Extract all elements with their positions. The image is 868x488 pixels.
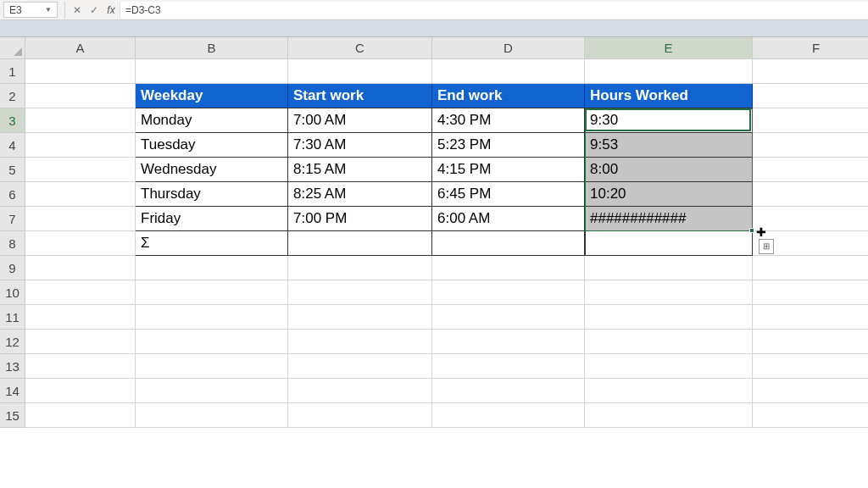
cell-B13[interactable] xyxy=(136,354,288,379)
name-box[interactable]: E3 ▼ xyxy=(3,2,58,18)
row-header-5[interactable]: 5 xyxy=(0,158,25,182)
cell-A7[interactable] xyxy=(25,207,136,231)
cell-F5[interactable] xyxy=(753,158,868,182)
cell-D13[interactable] xyxy=(432,354,585,379)
header-weekday[interactable]: Weekday xyxy=(136,84,288,108)
select-all-corner[interactable] xyxy=(0,37,25,59)
cell-D1[interactable] xyxy=(432,59,585,84)
row-header-14[interactable]: 14 xyxy=(0,379,25,403)
row-header-11[interactable]: 11 xyxy=(0,305,25,330)
cell-C8[interactable] xyxy=(288,231,432,256)
cell-A15[interactable] xyxy=(25,403,136,428)
cell-E13[interactable] xyxy=(585,354,753,379)
row-header-7[interactable]: 7 xyxy=(0,207,25,231)
row-header-10[interactable]: 10 xyxy=(0,280,25,305)
cell-D4[interactable]: 5:23 PM xyxy=(432,133,585,158)
cell-B5[interactable]: Wednesday xyxy=(136,158,288,182)
cell-F7[interactable] xyxy=(753,207,868,231)
cell-A10[interactable] xyxy=(25,280,136,305)
col-header-A[interactable]: A xyxy=(25,37,136,59)
cell-C14[interactable] xyxy=(288,379,432,403)
cell-E9[interactable] xyxy=(585,256,753,280)
cell-E10[interactable] xyxy=(585,280,753,305)
cell-F10[interactable] xyxy=(753,280,868,305)
cell-A14[interactable] xyxy=(25,379,136,403)
cell-D6[interactable]: 6:45 PM xyxy=(432,182,585,207)
header-end[interactable]: End work xyxy=(432,84,585,108)
cell-E6[interactable]: 10:20 xyxy=(585,182,753,207)
autofill-options-icon[interactable]: ⊞ xyxy=(759,239,774,254)
cell-C5[interactable]: 8:15 AM xyxy=(288,158,432,182)
cell-D5[interactable]: 4:15 PM xyxy=(432,158,585,182)
cell-D15[interactable] xyxy=(432,403,585,428)
cell-B12[interactable] xyxy=(136,330,288,354)
cell-D14[interactable] xyxy=(432,379,585,403)
cell-C7[interactable]: 7:00 PM xyxy=(288,207,432,231)
formula-input[interactable]: =D3-C3 xyxy=(120,2,868,19)
row-header-9[interactable]: 9 xyxy=(0,256,25,280)
col-header-F[interactable]: F xyxy=(753,37,868,59)
cell-B3[interactable]: Monday xyxy=(136,108,288,133)
row-header-15[interactable]: 15 xyxy=(0,403,25,428)
cell-D10[interactable] xyxy=(432,280,585,305)
row-header-2[interactable]: 2 xyxy=(0,84,25,108)
cell-C6[interactable]: 8:25 AM xyxy=(288,182,432,207)
dropdown-arrow-icon[interactable]: ▼ xyxy=(45,6,52,14)
cell-C11[interactable] xyxy=(288,305,432,330)
cell-C12[interactable] xyxy=(288,330,432,354)
cell-A3[interactable] xyxy=(25,108,136,133)
fill-handle[interactable] xyxy=(749,228,754,233)
cell-D7[interactable]: 6:00 AM xyxy=(432,207,585,231)
cell-C9[interactable] xyxy=(288,256,432,280)
col-header-B[interactable]: B xyxy=(136,37,288,59)
col-header-E[interactable]: E xyxy=(585,37,753,59)
col-header-C[interactable]: C xyxy=(288,37,432,59)
cell-C15[interactable] xyxy=(288,403,432,428)
cell-D9[interactable] xyxy=(432,256,585,280)
cell-A5[interactable] xyxy=(25,158,136,182)
cell-F12[interactable] xyxy=(753,330,868,354)
row-header-12[interactable]: 12 xyxy=(0,330,25,354)
cell-E15[interactable] xyxy=(585,403,753,428)
cell-B9[interactable] xyxy=(136,256,288,280)
cell-A13[interactable] xyxy=(25,354,136,379)
cell-E14[interactable] xyxy=(585,379,753,403)
cell-A9[interactable] xyxy=(25,256,136,280)
cell-F6[interactable] xyxy=(753,182,868,207)
row-header-13[interactable]: 13 xyxy=(0,354,25,379)
row-header-3[interactable]: 3 xyxy=(0,108,25,133)
cell-B15[interactable] xyxy=(136,403,288,428)
cell-C10[interactable] xyxy=(288,280,432,305)
cell-F15[interactable] xyxy=(753,403,868,428)
cell-F4[interactable] xyxy=(753,133,868,158)
row-header-4[interactable]: 4 xyxy=(0,133,25,158)
header-hours[interactable]: Hours Worked xyxy=(585,84,753,108)
cell-D12[interactable] xyxy=(432,330,585,354)
col-header-D[interactable]: D xyxy=(432,37,585,59)
cell-E11[interactable] xyxy=(585,305,753,330)
cell-B4[interactable]: Tuesday xyxy=(136,133,288,158)
cell-D3[interactable]: 4:30 PM xyxy=(432,108,585,133)
cell-B6[interactable]: Thursday xyxy=(136,182,288,207)
cell-E5[interactable]: 8:00 xyxy=(585,158,753,182)
cell-F9[interactable] xyxy=(753,256,868,280)
row-header-1[interactable]: 1 xyxy=(0,59,25,84)
cell-F11[interactable] xyxy=(753,305,868,330)
cell-C1[interactable] xyxy=(288,59,432,84)
cell-A8[interactable] xyxy=(25,231,136,256)
cell-A1[interactable] xyxy=(25,59,136,84)
cell-C3[interactable]: 7:00 AM xyxy=(288,108,432,133)
row-header-6[interactable]: 6 xyxy=(0,182,25,207)
cell-A2[interactable] xyxy=(25,84,136,108)
cell-E8[interactable] xyxy=(585,231,753,256)
cell-D11[interactable] xyxy=(432,305,585,330)
cell-A11[interactable] xyxy=(25,305,136,330)
cell-B11[interactable] xyxy=(136,305,288,330)
cell-B7[interactable]: Friday xyxy=(136,207,288,231)
cell-E3[interactable]: 9:30 xyxy=(585,108,753,133)
row-header-8[interactable]: 8 xyxy=(0,231,25,256)
cell-E12[interactable] xyxy=(585,330,753,354)
cell-F13[interactable] xyxy=(753,354,868,379)
enter-button[interactable]: ✓ xyxy=(86,4,103,16)
cell-E1[interactable] xyxy=(585,59,753,84)
